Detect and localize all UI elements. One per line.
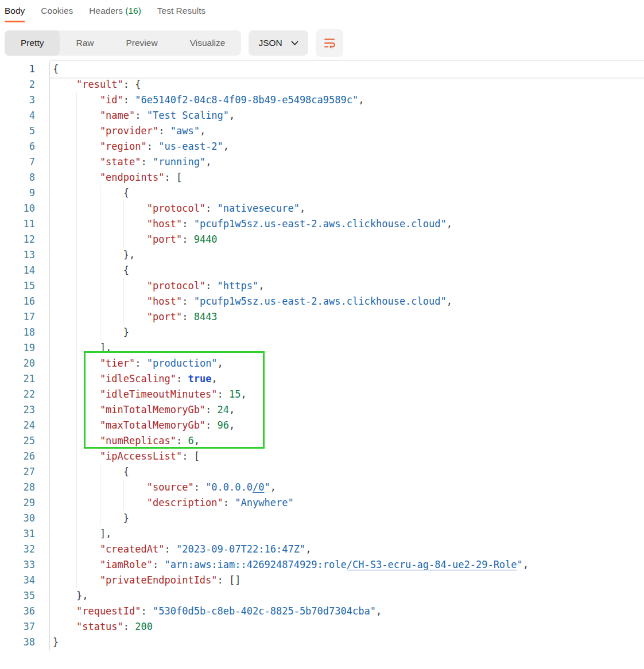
code-line: 11"host": "pcufp1w5sz.us-east-2.aws.clic… [0, 216, 644, 232]
view-pretty-button[interactable]: Pretty [5, 30, 60, 56]
tab-test-results[interactable]: Test Results [157, 5, 205, 22]
line-number: 13 [0, 247, 50, 263]
code-line: 24"maxTotalMemoryGb": 96, [0, 418, 644, 433]
code-line: 2"result": { [0, 77, 644, 92]
code-line-content: { [50, 61, 59, 77]
line-number: 7 [0, 154, 50, 170]
view-preview-button[interactable]: Preview [110, 30, 174, 56]
code-line-content: "minTotalMemoryGb": 24, [50, 402, 235, 418]
response-body-editor[interactable]: 1{2"result": {3"id": "6e5140f2-04c8-4f09… [0, 61, 644, 650]
code-line: 1{ [0, 61, 644, 77]
code-line: 5"provider": "aws", [0, 123, 644, 139]
code-line-content: "numReplicas": 6, [50, 433, 200, 449]
code-line-content: "endpoints": [ [50, 170, 182, 185]
code-line-content: ], [50, 340, 111, 356]
code-line-content: { [50, 263, 129, 278]
tab-headers[interactable]: Headers (16) [89, 5, 141, 22]
code-line-content: "protocol": "nativesecure", [50, 201, 305, 216]
code-line: 14{ [0, 263, 644, 278]
wrap-text-button[interactable] [316, 29, 343, 57]
code-line: 7"state": "running", [0, 154, 644, 170]
code-line-content: "requestId": "530f0d5b-c8eb-402c-8825-5b… [50, 604, 382, 619]
code-line: 6"region": "us-east-2", [0, 139, 644, 154]
line-number: 33 [0, 557, 50, 573]
code-line-content: "port": 8443 [50, 309, 218, 325]
tab-test-results-label: Test Results [157, 6, 205, 15]
line-number: 10 [0, 201, 50, 216]
line-number: 22 [0, 387, 50, 402]
code-line-content: "idleScaling": true, [50, 371, 218, 387]
code-line-content: "maxTotalMemoryGb": 96, [50, 418, 235, 433]
language-select-value: JSON [258, 38, 282, 48]
code-line-content: "state": "running", [50, 154, 211, 170]
code-line: 37"status": 200 [0, 619, 644, 635]
code-line-content: "host": "pcufp1w5sz.us-east-2.aws.clickh… [50, 294, 452, 309]
body-view-toolbar: Pretty Raw Preview Visualize JSON [5, 30, 644, 56]
tab-body-label: Body [5, 6, 25, 15]
line-number: 6 [0, 139, 50, 154]
line-number: 17 [0, 309, 50, 325]
code-line: 33"iamRole": "arn:aws:iam::426924874929:… [0, 557, 644, 573]
code-line: 36"requestId": "530f0d5b-c8eb-402c-8825-… [0, 604, 644, 619]
code-line-content: }, [50, 588, 88, 604]
line-number: 2 [0, 77, 50, 92]
view-raw-button[interactable]: Raw [60, 30, 110, 56]
code-lines: 1{2"result": {3"id": "6e5140f2-04c8-4f09… [0, 61, 644, 650]
line-number: 23 [0, 402, 50, 418]
code-line-content: "result": { [50, 77, 141, 92]
code-line-content: "protocol": "https", [50, 278, 265, 294]
code-line: 29"description": "Anywhere" [0, 495, 644, 511]
code-line-content: } [50, 635, 59, 650]
code-line: 20"tier": "production", [0, 356, 644, 371]
language-select-dropdown[interactable]: JSON [249, 30, 308, 56]
view-visualize-button[interactable]: Visualize [174, 30, 242, 56]
chevron-down-icon [291, 41, 298, 46]
code-line: 23"minTotalMemoryGb": 24, [0, 402, 644, 418]
code-line: 18} [0, 325, 644, 340]
tab-body[interactable]: Body [5, 5, 25, 22]
line-number: 15 [0, 278, 50, 294]
code-line: 21"idleScaling": true, [0, 371, 644, 387]
code-line-content: "iamRole": "arn:aws:iam::426924874929:ro… [50, 557, 529, 573]
code-line: 8"endpoints": [ [0, 170, 644, 185]
line-number: 27 [0, 464, 50, 480]
tab-cookies-label: Cookies [41, 6, 73, 15]
tab-cookies[interactable]: Cookies [41, 5, 73, 22]
code-line: 13}, [0, 247, 644, 263]
line-number: 35 [0, 588, 50, 604]
code-line: 9{ [0, 185, 644, 201]
code-line: 19], [0, 340, 644, 356]
code-line-content: "host": "pcufp1w5sz.us-east-2.aws.clickh… [50, 216, 452, 232]
code-line-content: { [50, 464, 129, 480]
line-number: 38 [0, 635, 50, 650]
line-number: 12 [0, 232, 50, 247]
code-line-content: "region": "us-east-2", [50, 139, 229, 154]
code-line-content: { [50, 185, 129, 201]
code-line: 3"id": "6e5140f2-04c8-4f09-8b49-e5498ca9… [0, 92, 644, 108]
line-number: 36 [0, 604, 50, 619]
line-number: 31 [0, 526, 50, 542]
line-number: 14 [0, 263, 50, 278]
line-number: 25 [0, 433, 50, 449]
wrap-text-icon [322, 36, 337, 50]
headers-count-badge: (16) [125, 6, 141, 15]
line-number: 18 [0, 325, 50, 340]
code-line: 25"numReplicas": 6, [0, 433, 644, 449]
code-line-content: }, [50, 247, 135, 263]
line-number: 19 [0, 340, 50, 356]
code-line-content: } [50, 325, 129, 340]
code-line-content: "tier": "production", [50, 356, 223, 371]
code-line: 17"port": 8443 [0, 309, 644, 325]
line-number: 32 [0, 542, 50, 557]
code-line: 34"privateEndpointIds": [] [0, 573, 644, 588]
code-line: 38} [0, 635, 644, 650]
code-line: 12"port": 9440 [0, 232, 644, 247]
line-number: 3 [0, 92, 50, 108]
code-line-content: } [50, 511, 129, 526]
code-line-content: "status": 200 [50, 619, 153, 635]
line-number: 34 [0, 573, 50, 588]
tab-headers-label: Headers [89, 6, 123, 15]
code-line: 22"idleTimeoutMinutes": 15, [0, 387, 644, 402]
line-number: 20 [0, 356, 50, 371]
line-number: 1 [0, 61, 50, 77]
